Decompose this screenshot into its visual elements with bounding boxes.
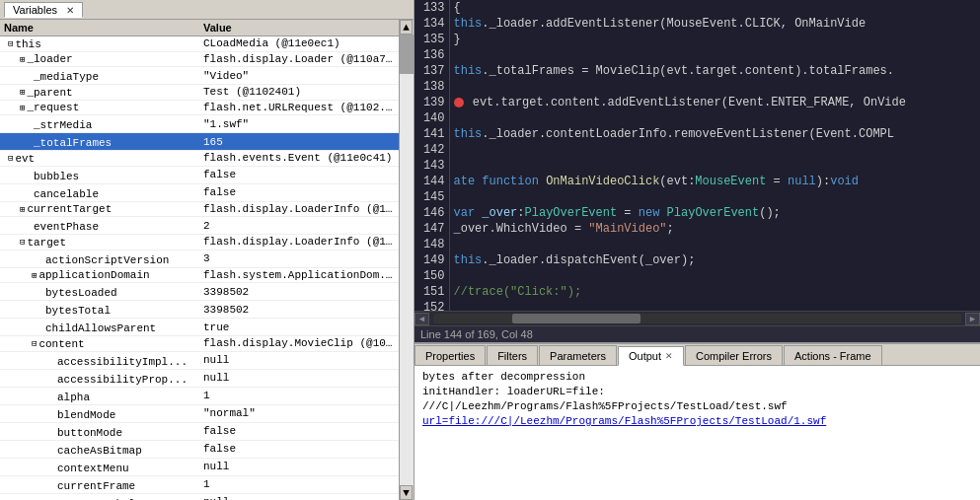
table-row[interactable]: ⊞_loaderflash.display.Loader (@110a7...	[0, 51, 399, 67]
table-row[interactable]: bytesLoaded3398502	[0, 283, 399, 301]
code-token: ate	[454, 175, 483, 188]
var-value-cell: "1.swf"	[199, 115, 399, 133]
table-row[interactable]: _totalFrames165	[0, 133, 399, 151]
var-value-cell: flash.system.ApplicationDom...	[199, 267, 399, 283]
bottom-tab-parameters[interactable]: Parameters	[539, 345, 617, 365]
table-row[interactable]: eventPhase2	[0, 217, 399, 235]
right-panel: 133{134 this._loader.addEventListener(Mo…	[415, 0, 980, 500]
code-token: ;	[667, 222, 674, 236]
line-number: 152	[415, 300, 449, 311]
code-row: 142	[415, 142, 980, 158]
tab-close-button[interactable]: ✕	[665, 351, 673, 361]
var-name: target	[27, 237, 66, 249]
code-token: null	[788, 175, 816, 188]
table-row[interactable]: _mediaType"Video"	[0, 67, 399, 85]
table-row[interactable]: ⊞_parentTest (@1102401)	[0, 85, 399, 101]
var-name-cell: _strMedia	[0, 115, 199, 133]
var-value-cell: flash.display.LoaderInfo (@10...	[199, 201, 399, 217]
var-value-cell: null	[199, 351, 399, 369]
code-scroll[interactable]: 133{134 this._loader.addEventListener(Mo…	[415, 0, 980, 311]
expand-icon[interactable]: ⊟	[32, 338, 37, 349]
table-row[interactable]: buttonModefalse	[0, 422, 399, 440]
table-row[interactable]: cancelablefalse	[0, 183, 399, 201]
expand-icon[interactable]: ⊞	[20, 87, 25, 98]
horizontal-scrollbar[interactable]: ◀ ▶	[415, 311, 980, 325]
bottom-tab-compiler-errors[interactable]: Compiler Errors	[685, 345, 783, 365]
var-name: applicationDomain	[38, 269, 149, 281]
var-value-cell: null	[199, 458, 399, 475]
line-number: 140	[415, 110, 449, 126]
code-area: 133{134 this._loader.addEventListener(Mo…	[415, 0, 980, 342]
scroll-thumb[interactable]	[400, 35, 414, 74]
scroll-left-button[interactable]: ◀	[415, 313, 429, 325]
scroll-track[interactable]	[400, 35, 414, 485]
code-row: 148	[415, 237, 980, 252]
table-row[interactable]: accessibilityProp...null	[0, 369, 399, 387]
output-link[interactable]: url=file:///C|/Leezhm/Programs/Flash%5FP…	[422, 415, 826, 427]
var-name: bytesLoaded	[45, 287, 117, 299]
expand-icon[interactable]: ⊟	[20, 237, 25, 248]
code-token: PlayOverEvent	[667, 206, 760, 220]
h-scroll-thumb[interactable]	[512, 314, 641, 323]
table-row[interactable]: contextMenunull	[0, 458, 399, 475]
scroll-up-button[interactable]: ▲	[400, 20, 413, 35]
table-row[interactable]: currentLabelnull	[0, 493, 399, 500]
var-name-cell: ⊞_parent	[0, 85, 199, 101]
var-value-cell: CLoadMedia (@11e0ec1)	[199, 36, 399, 52]
var-name-cell: bytesTotal	[0, 301, 199, 319]
table-row[interactable]: bytesTotal3398502	[0, 301, 399, 319]
code-token: PlayOverEvent	[525, 206, 618, 220]
table-row[interactable]: ⊟evtflash.events.Event (@11e0c41)	[0, 151, 399, 167]
bottom-tab-filters[interactable]: Filters	[487, 345, 538, 365]
bottom-tab-output[interactable]: Output✕	[618, 346, 684, 366]
variables-table: Name Value ⊟thisCLoadMedia (@11e0ec1)⊞_l…	[0, 20, 399, 500]
expand-icon[interactable]: ⊟	[8, 38, 13, 49]
table-row[interactable]: ⊞applicationDomainflash.system.Applicati…	[0, 267, 399, 283]
bottom-tab-actions---frame[interactable]: Actions - Frame	[784, 345, 882, 365]
variables-tab-close[interactable]: ✕	[66, 5, 74, 16]
table-row[interactable]: childAllowsParenttrue	[0, 319, 399, 336]
table-row[interactable]: ⊟contentflash.display.MovieClip (@10f...	[0, 336, 399, 352]
table-row[interactable]: ⊟thisCLoadMedia (@11e0ec1)	[0, 36, 399, 52]
scroll-down-button[interactable]: ▼	[400, 485, 413, 500]
table-row[interactable]: blendMode"normal"	[0, 404, 399, 422]
var-value-cell: 1	[199, 475, 399, 493]
line-content	[449, 47, 980, 63]
bottom-content: bytes after decompressioninitHandler: lo…	[415, 366, 980, 500]
var-value-cell: 3398502	[199, 283, 399, 301]
line-content: }	[449, 32, 980, 47]
var-value-cell: flash.display.MovieClip (@10f...	[199, 336, 399, 352]
scroll-right-button[interactable]: ▶	[965, 313, 980, 325]
table-row[interactable]: bubblesfalse	[0, 166, 399, 183]
expand-icon[interactable]: ⊞	[20, 204, 25, 215]
h-scroll-track[interactable]	[433, 314, 961, 323]
table-row[interactable]: accessibilityImpl...null	[0, 351, 399, 369]
bottom-tab-properties[interactable]: Properties	[415, 345, 486, 365]
code-row: 144 ate function OnMainVideoClick(evt:Mo…	[415, 174, 980, 189]
table-row[interactable]: _strMedia"1.swf"	[0, 115, 399, 133]
code-row: 150	[415, 268, 980, 284]
var-name: content	[38, 338, 84, 350]
var-name-cell: cancelable	[0, 183, 199, 201]
table-row[interactable]: cacheAsBitmapfalse	[0, 440, 399, 458]
line-content	[449, 189, 980, 205]
expand-icon[interactable]: ⊞	[32, 270, 37, 281]
table-row[interactable]: currentFrame1	[0, 475, 399, 493]
var-value-cell: 165	[199, 133, 399, 151]
line-content	[449, 79, 980, 95]
variables-scrollbar[interactable]: ▲ ▼	[399, 20, 414, 500]
expand-icon[interactable]: ⊟	[8, 153, 13, 164]
output-line: bytes after decompression	[422, 370, 972, 385]
table-row[interactable]: alpha1	[0, 387, 399, 404]
table-row[interactable]: ⊞_requestflash.net.URLRequest (@1102...	[0, 100, 399, 115]
code-token: "MainVideo"	[588, 222, 666, 236]
expand-icon[interactable]: ⊞	[20, 54, 25, 65]
var-value-cell: flash.display.LoaderInfo (@10...	[199, 235, 399, 250]
line-content: this._totalFrames = MovieClip(evt.target…	[449, 63, 980, 79]
table-row[interactable]: ⊟targetflash.display.LoaderInfo (@10...	[0, 235, 399, 250]
table-row[interactable]: actionScriptVersion3	[0, 250, 399, 267]
variables-tab[interactable]: Variables ✕	[4, 2, 83, 18]
expand-icon[interactable]: ⊞	[20, 103, 25, 113]
table-row[interactable]: ⊞currentTargetflash.display.LoaderInfo (…	[0, 201, 399, 217]
code-row: 133{	[415, 0, 980, 16]
